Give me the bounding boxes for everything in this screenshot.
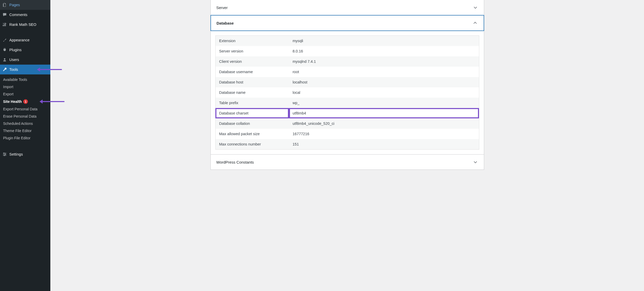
submenu-item-export-personal-data[interactable]: Export Personal Data	[0, 105, 50, 113]
table-row-highlighted: Database charset utf8mb4	[215, 108, 479, 118]
info-value: utf8mb4_unicode_520_ci	[289, 118, 479, 129]
admin-sidebar: Pages Comments Rank Math SEO Appearance	[0, 0, 50, 291]
submenu-item-import[interactable]: Import	[0, 83, 50, 90]
menu-label: Tools	[9, 67, 18, 72]
submenu-item-plugin-file-editor[interactable]: Plugin File Editor	[0, 134, 50, 142]
table-row: Database name local	[215, 87, 479, 98]
plug-icon	[2, 47, 7, 52]
submenu-label: Export Personal Data	[3, 107, 37, 111]
svg-rect-2	[4, 24, 5, 26]
info-label: Database collation	[215, 118, 289, 129]
panel-constants-header[interactable]: WordPress Constants	[211, 155, 484, 170]
table-row: Server version 8.0.16	[215, 46, 479, 56]
svg-rect-10	[4, 155, 5, 156]
info-label: Client version	[215, 56, 289, 67]
table-row: Client version mysqlnd 7.4.1	[215, 56, 479, 67]
panel-server-header[interactable]: Server	[211, 0, 484, 15]
info-value: root	[289, 67, 479, 77]
menu-label: Settings	[9, 152, 23, 157]
svg-rect-5	[3, 153, 6, 154]
svg-rect-0	[3, 4, 4, 7]
submenu-label: Erase Personal Data	[3, 114, 36, 118]
info-label: Database username	[215, 67, 289, 77]
menu-label: Appearance	[9, 38, 29, 43]
panel-database: Database Extension mysqli Serv	[210, 15, 484, 155]
sidebar-item-settings[interactable]: Settings	[0, 149, 50, 159]
menu-label: Comments	[9, 12, 27, 17]
info-label: Server version	[215, 46, 289, 56]
table-row: Database host localhost	[215, 77, 479, 87]
user-icon	[2, 57, 7, 62]
chevron-down-icon	[473, 5, 478, 10]
brush-icon	[2, 37, 7, 43]
content-area: Server Database	[50, 0, 644, 291]
table-row: Max connections number 151	[215, 139, 479, 150]
info-label: Table prefix	[215, 98, 289, 108]
sidebar-item-users[interactable]: Users	[0, 55, 50, 65]
panel-title: Database	[217, 21, 234, 25]
menu-label: Rank Math SEO	[9, 22, 36, 27]
info-value: local	[289, 87, 479, 98]
table-row: Database collation utf8mb4_unicode_520_c…	[215, 118, 479, 129]
info-label: Max connections number	[215, 139, 289, 150]
menu-separator	[0, 144, 50, 149]
submenu-item-erase-personal-data[interactable]: Erase Personal Data	[0, 113, 50, 120]
sliders-icon	[2, 152, 7, 157]
wrench-icon	[2, 67, 7, 72]
notification-badge: 1	[23, 99, 28, 104]
panel-wrap: Server Database	[210, 0, 484, 170]
menu-separator	[0, 29, 50, 35]
submenu-label: Site Health	[3, 99, 22, 104]
menu-label: Plugins	[9, 48, 22, 52]
svg-rect-9	[5, 154, 6, 155]
info-value: 151	[289, 139, 479, 150]
submenu-item-export[interactable]: Export	[0, 90, 50, 98]
menu-label: Pages	[9, 3, 20, 7]
submenu-item-scheduled-actions[interactable]: Scheduled Actions	[0, 120, 50, 127]
chevron-up-icon	[472, 20, 478, 26]
submenu-label: Import	[3, 85, 13, 89]
submenu-label: Available Tools	[3, 78, 27, 82]
submenu-item-site-health[interactable]: Site Health 1	[0, 98, 50, 105]
chart-bars-icon	[2, 22, 7, 27]
sidebar-item-tools[interactable]: Tools	[0, 65, 50, 74]
database-info-table: Extension mysqli Server version 8.0.16 C…	[215, 35, 479, 150]
submenu-label: Plugin File Editor	[3, 136, 30, 140]
tools-submenu: Available Tools Import Export Site Healt…	[0, 74, 50, 144]
app-root: Pages Comments Rank Math SEO Appearance	[0, 0, 644, 291]
info-label: Database name	[215, 87, 289, 98]
sidebar-item-pages[interactable]: Pages	[0, 0, 50, 10]
submenu-label: Theme File Editor	[3, 129, 32, 133]
panel-database-header[interactable]: Database	[210, 15, 484, 31]
pages-icon	[2, 2, 7, 7]
sidebar-item-plugins[interactable]: Plugins	[0, 45, 50, 55]
svg-point-4	[4, 58, 5, 60]
info-label: Database charset	[215, 108, 289, 118]
table-row: Extension mysqli	[215, 36, 479, 46]
info-value: mysqlnd 7.4.1	[289, 56, 479, 67]
menu-label: Users	[9, 57, 19, 62]
info-value: 16777216	[289, 129, 479, 139]
panel-server: Server	[210, 0, 484, 15]
submenu-label: Export	[3, 92, 13, 96]
panel-database-body: Extension mysqli Server version 8.0.16 C…	[211, 31, 484, 154]
chevron-down-icon	[473, 159, 478, 165]
comment-icon	[2, 12, 7, 17]
svg-rect-1	[3, 25, 4, 26]
info-value: wp_	[289, 98, 479, 108]
panel-title: Server	[216, 5, 228, 10]
submenu-item-theme-file-editor[interactable]: Theme File Editor	[0, 127, 50, 134]
submenu-label: Scheduled Actions	[3, 121, 33, 126]
svg-rect-3	[5, 24, 6, 26]
sidebar-item-comments[interactable]: Comments	[0, 10, 50, 20]
info-value: localhost	[289, 77, 479, 87]
sidebar-item-appearance[interactable]: Appearance	[0, 35, 50, 45]
info-label: Max allowed packet size	[215, 129, 289, 139]
submenu-item-available-tools[interactable]: Available Tools	[0, 76, 50, 83]
svg-rect-6	[3, 154, 6, 155]
info-value: 8.0.16	[289, 46, 479, 56]
sidebar-item-rankmath[interactable]: Rank Math SEO	[0, 20, 50, 29]
info-label: Extension	[215, 36, 289, 46]
svg-rect-8	[4, 152, 4, 154]
table-row: Database username root	[215, 67, 479, 77]
